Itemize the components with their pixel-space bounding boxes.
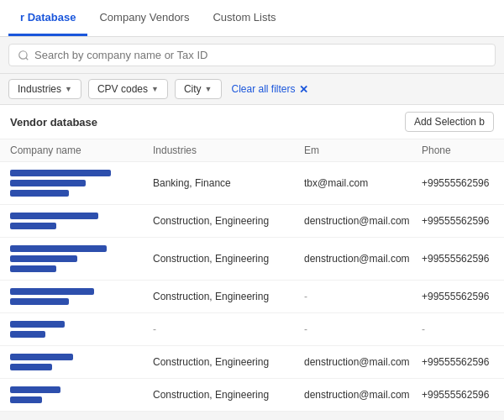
svg-point-0 [19,50,27,58]
col-header-phone: Phone [422,144,504,156]
table-row: --- [0,313,504,346]
phone-cell: +99555562596 [422,215,504,227]
phone-cell: +99555562596 [422,177,504,189]
email-cell: denstruction@mail.com [304,253,422,265]
filter-cpv-codes[interactable]: CPV codes ▼ [88,79,168,99]
email-cell: - [304,323,422,335]
industries-cell: Construction, Engineering [153,253,304,265]
company-name-cell [10,288,153,305]
filters-bar: Industries ▼ CPV codes ▼ City ▼ Clear al… [0,74,504,105]
tab-company-vendors[interactable]: Company Vendors [87,1,201,36]
tab-vendor-database[interactable]: r Database [8,1,87,36]
company-name-cell [10,354,153,370]
table-body: Banking, Financetbx@mail.com+99555562596… [0,162,504,412]
clear-filters-button[interactable]: Clear all filters ✕ [232,83,308,96]
col-header-industries: Industries [153,144,304,156]
table-row: Construction, Engineeringdenstruction@ma… [0,205,504,238]
table-row: Construction, Engineeringdenstruction@ma… [0,346,504,379]
phone-cell: +99555562596 [422,291,504,302]
table-title: Vendor database [10,116,97,129]
company-name-cell [10,213,153,229]
industries-cell: Construction, Engineering [153,291,304,302]
email-cell: denstruction@mail.com [304,389,422,401]
close-icon: ✕ [299,83,308,96]
email-cell: denstruction@mail.com [304,215,422,227]
add-selection-button[interactable]: Add Selection b [405,112,494,132]
tabs-bar: r Database Company Vendors Custom Lists [0,0,504,37]
filter-city[interactable]: City ▼ [175,79,222,99]
company-name-cell [10,386,153,403]
chevron-down-icon: ▼ [205,85,213,93]
svg-line-1 [26,57,29,60]
search-input[interactable] [34,49,486,61]
company-name-cell [10,321,153,338]
phone-cell: +99555562596 [422,389,504,401]
table-header-row: Vendor database Add Selection b [0,105,504,139]
search-icon [18,50,29,61]
email-cell: tbx@mail.com [304,177,422,189]
chevron-down-icon: ▼ [65,85,72,93]
company-name-cell [10,245,153,272]
email-cell: denstruction@mail.com [304,356,422,368]
table-row: Construction, Engineeringdenstruction@ma… [0,379,504,412]
table-section: Vendor database Add Selection b Company … [0,105,504,412]
company-name-cell [10,170,153,197]
col-header-company: Company name [10,144,153,156]
chevron-down-icon: ▼ [151,85,159,93]
industries-cell: Construction, Engineering [153,215,304,227]
search-input-wrapper [8,44,496,66]
column-headers: Company name Industries Em Phone [0,139,504,162]
industries-cell: Construction, Engineering [153,389,304,401]
email-cell: - [304,291,422,302]
phone-cell: +99555562596 [422,253,504,265]
table-row: Construction, Engineering-+99555562596 [0,281,504,313]
tab-custom-lists[interactable]: Custom Lists [201,1,287,36]
phone-cell: - [422,323,504,335]
industries-cell: Construction, Engineering [153,356,304,368]
industries-cell: Banking, Finance [153,177,304,189]
phone-cell: +99555562596 [422,356,504,368]
table-row: Construction, Engineeringdenstruction@ma… [0,238,504,281]
search-bar [0,37,504,74]
industries-cell: - [153,323,304,335]
col-header-email: Em [304,144,422,156]
table-row: Banking, Financetbx@mail.com+99555562596 [0,162,504,205]
filter-industries[interactable]: Industries ▼ [8,79,81,99]
